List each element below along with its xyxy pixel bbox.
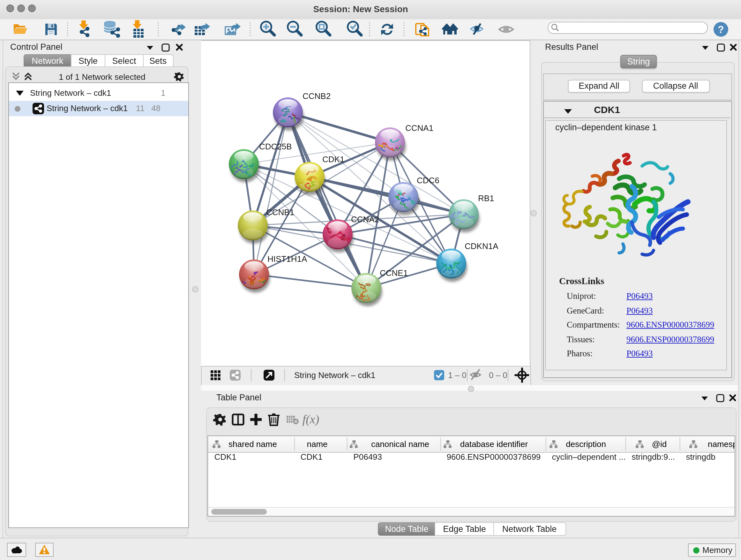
svg-text:0 – 0: 0 – 0	[489, 370, 508, 380]
svg-text:RB1: RB1	[478, 193, 494, 203]
svg-text:CDC6: CDC6	[417, 176, 440, 185]
svg-text:CCNA1: CCNA1	[405, 123, 433, 133]
svg-text:?: ?	[718, 24, 724, 35]
svg-text:CCNB1: CCNB1	[266, 207, 294, 217]
svg-text:CCNB2: CCNB2	[302, 91, 331, 101]
svg-text:String Network – cdk1: String Network – cdk1	[294, 370, 375, 380]
svg-text:shared name: shared name	[228, 439, 277, 449]
svg-text:description: description	[566, 439, 606, 449]
svg-text:CDC25B: CDC25B	[259, 142, 292, 151]
svg-text:1 – 0: 1 – 0	[448, 370, 467, 380]
svg-text:CDKN1A: CDKN1A	[465, 241, 498, 251]
svg-text:CCNE1: CCNE1	[380, 268, 408, 278]
svg-text:name: name	[307, 439, 327, 449]
svg-text:CDK1: CDK1	[322, 154, 344, 164]
svg-text:namespace: namespace	[708, 439, 734, 449]
svg-text:f(x): f(x)	[302, 413, 320, 426]
svg-text:@id: @id	[652, 439, 667, 449]
svg-text:HIST1H1A: HIST1H1A	[267, 254, 307, 264]
svg-text:canonical name: canonical name	[371, 439, 429, 449]
svg-text:CCNA2: CCNA2	[351, 214, 379, 224]
svg-text:database identifier: database identifier	[460, 439, 528, 449]
